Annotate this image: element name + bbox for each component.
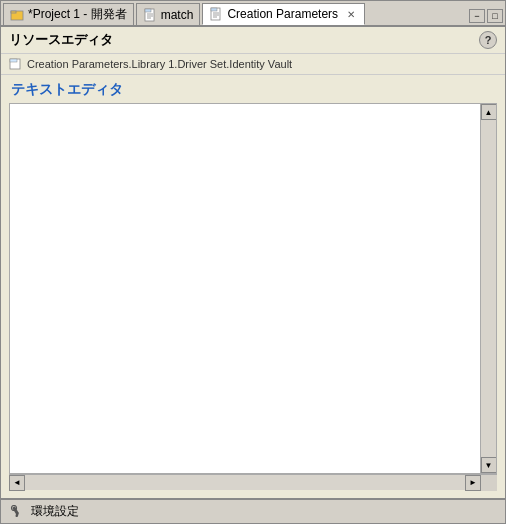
status-bar: 環境設定: [1, 498, 505, 523]
tab-close-button[interactable]: ✕: [344, 7, 358, 21]
tab-match[interactable]: match: [136, 3, 201, 25]
scroll-up-button[interactable]: ▲: [481, 104, 497, 120]
horizontal-scrollbar-row: ◄ ►: [9, 474, 497, 490]
breadcrumb-text: Creation Parameters.Library 1.Driver Set…: [27, 58, 292, 70]
scroll-down-button[interactable]: ▼: [481, 457, 497, 473]
status-label: 環境設定: [31, 503, 79, 520]
svg-rect-1: [11, 11, 16, 13]
window-controls: − □: [469, 9, 503, 25]
svg-rect-8: [211, 8, 217, 11]
scroll-corner: [481, 475, 497, 491]
minimize-button[interactable]: −: [469, 9, 485, 23]
maximize-button[interactable]: □: [487, 9, 503, 23]
doc-icon-creation: [209, 7, 223, 21]
tab-project-label: *Project 1 - 開発者: [28, 6, 127, 23]
tab-creation-params-label: Creation Parameters: [227, 7, 338, 21]
scroll-track-v[interactable]: [481, 120, 496, 457]
main-window: *Project 1 - 開発者 match: [0, 0, 506, 524]
horizontal-scrollbar[interactable]: ◄ ►: [9, 475, 481, 490]
doc-icon-match: [143, 8, 157, 22]
help-button[interactable]: ?: [479, 31, 497, 49]
text-editor[interactable]: [10, 104, 480, 473]
svg-rect-3: [145, 9, 151, 12]
scroll-right-button[interactable]: ►: [465, 475, 481, 491]
wrench-icon: [9, 504, 25, 520]
scroll-track-h[interactable]: [25, 475, 465, 490]
svg-rect-13: [10, 59, 17, 62]
vertical-scrollbar[interactable]: ▲ ▼: [480, 104, 496, 473]
editor-container: ▲ ▼: [9, 103, 497, 474]
editor-wrapper: ▲ ▼ ◄ ►: [1, 103, 505, 498]
breadcrumb: Creation Parameters.Library 1.Driver Set…: [1, 54, 505, 75]
tab-match-label: match: [161, 8, 194, 22]
resource-editor-header: リソースエディタ ?: [1, 27, 505, 54]
tab-bar: *Project 1 - 開発者 match: [1, 1, 505, 25]
section-label: テキストエディタ: [1, 75, 505, 103]
folder-icon: [10, 8, 24, 22]
breadcrumb-icon: [9, 57, 23, 71]
resource-editor-title: リソースエディタ: [9, 31, 113, 49]
tab-project[interactable]: *Project 1 - 開発者: [3, 3, 134, 25]
scroll-left-button[interactable]: ◄: [9, 475, 25, 491]
content-area: リソースエディタ ? Creation Parameters.Library 1…: [1, 25, 505, 498]
tab-creation-params[interactable]: Creation Parameters ✕: [202, 3, 365, 25]
